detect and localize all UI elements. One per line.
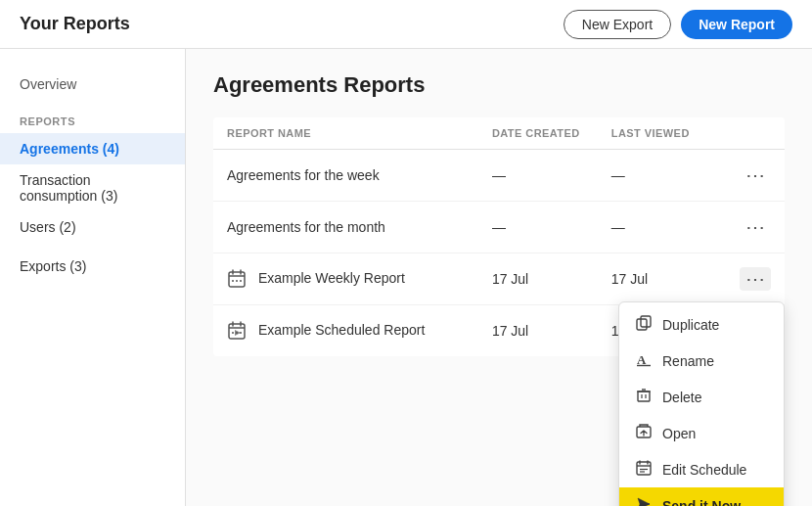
svg-rect-15 [641, 316, 651, 327]
header-actions: New Export New Report [564, 10, 792, 39]
calendar-icon [227, 321, 247, 341]
section-title: Agreements Reports [213, 72, 785, 98]
new-report-button[interactable]: New Report [681, 10, 792, 39]
report-name-cell: Agreements for the month [213, 202, 478, 253]
svg-point-5 [232, 280, 234, 282]
delete-icon [635, 388, 653, 406]
send-icon [635, 496, 653, 506]
svg-rect-24 [637, 462, 651, 475]
date-created-cell: — [478, 202, 598, 253]
sidebar-item-users[interactable]: Users (2) [0, 211, 185, 243]
last-viewed-cell: 17 Jul [598, 253, 717, 305]
date-created-cell: 17 Jul [478, 305, 598, 357]
dropdown-item-rename[interactable]: A Rename [619, 343, 784, 379]
calendar-icon [227, 269, 247, 289]
table-row: Agreements for the week — — ⋯ [213, 150, 785, 202]
context-menu: Duplicate A Rename [618, 301, 785, 506]
svg-point-6 [240, 280, 242, 282]
report-name-cell: Agreements for the week [213, 150, 478, 202]
more-options-button[interactable]: ⋯ [740, 215, 771, 239]
duplicate-icon [635, 315, 653, 334]
svg-point-12 [232, 332, 234, 334]
layout: Overview REPORTS Agreements (4) Transact… [0, 49, 812, 506]
date-created-cell: — [478, 150, 598, 202]
sidebar-item-overview[interactable]: Overview [0, 69, 185, 100]
svg-rect-0 [229, 272, 245, 287]
row-action-cell: ⋯ [717, 150, 785, 202]
col-actions [717, 117, 785, 150]
report-name-cell: Example Scheduled Report [213, 305, 478, 357]
dropdown-item-duplicate[interactable]: Duplicate [619, 306, 784, 343]
date-created-cell: 17 Jul [478, 253, 598, 305]
sidebar-section-reports: REPORTS [0, 100, 185, 133]
header: Your Reports New Export New Report [0, 0, 812, 49]
table-row: Agreements for the month — — ⋯ [213, 202, 785, 253]
svg-point-4 [236, 280, 238, 282]
last-viewed-cell: — [598, 202, 717, 253]
col-last-viewed: LAST VIEWED [598, 117, 717, 150]
last-viewed-cell: — [598, 150, 717, 202]
row-action-cell: ⋯ [717, 202, 785, 253]
more-options-button[interactable]: ⋯ [740, 163, 771, 187]
svg-text:A: A [637, 352, 647, 367]
sidebar-item-exports[interactable]: Exports (3) [0, 251, 185, 282]
col-date-created: DATE CREATED [478, 117, 598, 150]
report-name-cell: Example Weekly Report [213, 253, 478, 305]
dropdown-item-open[interactable]: Open [619, 415, 784, 451]
sidebar-item-agreements[interactable]: Agreements (4) [0, 133, 185, 164]
page-title: Your Reports [20, 14, 130, 34]
new-export-button[interactable]: New Export [564, 10, 671, 39]
svg-rect-18 [638, 391, 650, 401]
col-report-name: REPORT NAME [213, 117, 478, 150]
row-action-cell: ⋯ [717, 253, 785, 305]
dropdown-item-edit-schedule[interactable]: Edit Schedule [619, 451, 784, 487]
edit-schedule-icon [635, 460, 653, 479]
sidebar: Overview REPORTS Agreements (4) Transact… [0, 49, 186, 506]
table-header-row: REPORT NAME DATE CREATED LAST VIEWED [213, 117, 785, 150]
svg-rect-14 [637, 319, 647, 330]
dropdown-item-delete[interactable]: Delete [619, 379, 784, 415]
open-icon [635, 424, 653, 442]
more-options-button[interactable]: ⋯ [740, 267, 771, 291]
main-content: Agreements Reports REPORT NAME DATE CREA… [186, 49, 812, 506]
rename-icon: A [635, 351, 653, 370]
sidebar-item-transaction[interactable]: Transaction consumption (3) [0, 164, 185, 211]
dropdown-item-send-now[interactable]: Send it Now [619, 487, 784, 506]
table-row: Example Weekly Report 17 Jul 17 Jul ⋯ [213, 253, 785, 305]
